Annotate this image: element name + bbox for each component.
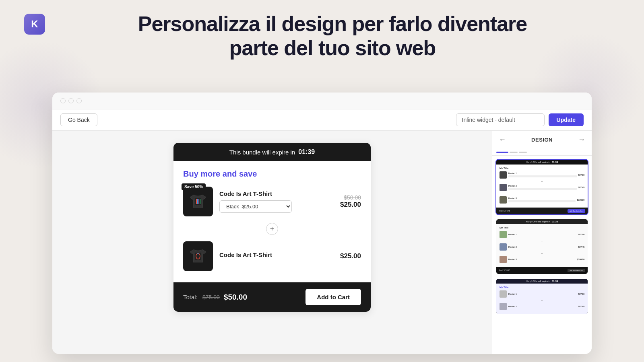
bundle-footer: Total: $75.00 $50.00 Add to Cart: [173, 282, 371, 312]
product-image-wrap-1: Save 50%: [183, 187, 213, 216]
original-price-1: $50.00: [340, 194, 361, 201]
total-sale: $50.00: [224, 293, 247, 302]
add-to-cart-button[interactable]: Add to Cart: [305, 289, 361, 305]
headline-line2: parte del tuo sito web: [229, 36, 436, 60]
svg-rect-4: [200, 199, 200, 204]
headline: Personalizza il design per farlo diventa…: [45, 12, 620, 60]
browser-dots: [60, 98, 82, 103]
save-badge-1: Save 50%: [182, 183, 206, 190]
sale-price-1: $25.00: [340, 201, 361, 208]
logo-icon: K: [24, 14, 45, 35]
total-original: $75.00: [202, 294, 220, 300]
svg-rect-3: [198, 199, 199, 204]
update-button[interactable]: Update: [549, 113, 584, 126]
go-back-button[interactable]: Go Back: [60, 113, 97, 126]
product-prices-1: $50.00 $25.00: [340, 194, 361, 209]
product-item-1: Save 50%: [183, 187, 361, 216]
toolbar-right: Update: [456, 113, 584, 126]
browser-chrome: [52, 93, 592, 109]
template-list: Hurry! Offer will expire in 01:39 My Tit…: [492, 156, 592, 354]
design-panel-title: DESIGN: [531, 137, 553, 143]
svg-rect-2: [197, 199, 198, 204]
panel-tabs-indicator: [492, 149, 592, 156]
browser-toolbar: Go Back Update: [52, 109, 592, 131]
bundle-title: Buy more and save: [183, 169, 361, 179]
template-thumb-3[interactable]: Hurry! Offer will expire in 01:39 My Tit…: [495, 278, 588, 315]
template-thumb-1[interactable]: Hurry! Offer will expire in 01:39 My Tit…: [495, 159, 588, 215]
panel-tab-3[interactable]: [519, 152, 527, 153]
plus-separator: +: [183, 223, 361, 235]
product-image-wrap-2: [183, 241, 213, 271]
plus-line-left: [183, 229, 263, 229]
panel-forward-arrow[interactable]: →: [578, 136, 585, 144]
product-item-2: Code Is Art T-Shirt $25.00: [183, 241, 361, 271]
bundle-widget: This bundle will expire in 01:39 Buy mor…: [173, 143, 371, 312]
panel-back-arrow[interactable]: ←: [499, 136, 506, 144]
timer-value: 01:39: [298, 148, 315, 156]
panel-tab-active[interactable]: [496, 152, 508, 153]
design-panel-header: ← DESIGN →: [492, 131, 592, 149]
headline-line1: Personalizza il design per farlo diventa…: [138, 12, 527, 35]
browser-dot-green: [76, 98, 82, 103]
product-name-2: Code Is Art T-Shirt: [219, 251, 334, 258]
browser-content: This bundle will expire in 01:39 Buy mor…: [52, 131, 592, 354]
svg-rect-1: [196, 199, 197, 204]
browser-dot-yellow: [68, 98, 74, 103]
timer-text: This bundle will expire in: [229, 149, 295, 156]
bundle-body: Buy more and save Save 50%: [173, 161, 371, 282]
product-info-2: Code Is Art T-Shirt: [219, 251, 334, 261]
header: K Personalizza il design per farlo diven…: [0, 0, 644, 68]
product-image-2: [183, 241, 213, 271]
browser-window: Go Back Update This bundle will expire i…: [52, 93, 592, 354]
plus-line-right: [281, 229, 361, 229]
sale-price-2: $25.00: [340, 252, 361, 260]
product-image-1: [183, 187, 213, 216]
widget-input[interactable]: [456, 113, 545, 126]
bundle-timer-bar: This bundle will expire in 01:39: [173, 143, 371, 161]
design-panel: ← DESIGN → Hurry! Offer will expire in 0…: [492, 131, 592, 354]
panel-tab-2[interactable]: [510, 152, 518, 153]
product-name-1: Code Is Art T-Shirt: [219, 190, 334, 197]
product-info-1: Code Is Art T-Shirt Black -$25.00: [219, 190, 334, 213]
plus-circle: +: [266, 223, 278, 235]
variant-select-1[interactable]: Black -$25.00: [219, 200, 292, 213]
total-label-section: Total: $75.00 $50.00: [183, 293, 247, 302]
browser-dot-red: [60, 98, 66, 103]
template-thumb-2[interactable]: Hurry! Offer will expire in 01:39 My Tit…: [495, 218, 588, 275]
product-prices-2: $25.00: [340, 252, 361, 260]
total-label: Total:: [183, 294, 198, 300]
widget-area: This bundle will expire in 01:39 Buy mor…: [52, 131, 492, 354]
